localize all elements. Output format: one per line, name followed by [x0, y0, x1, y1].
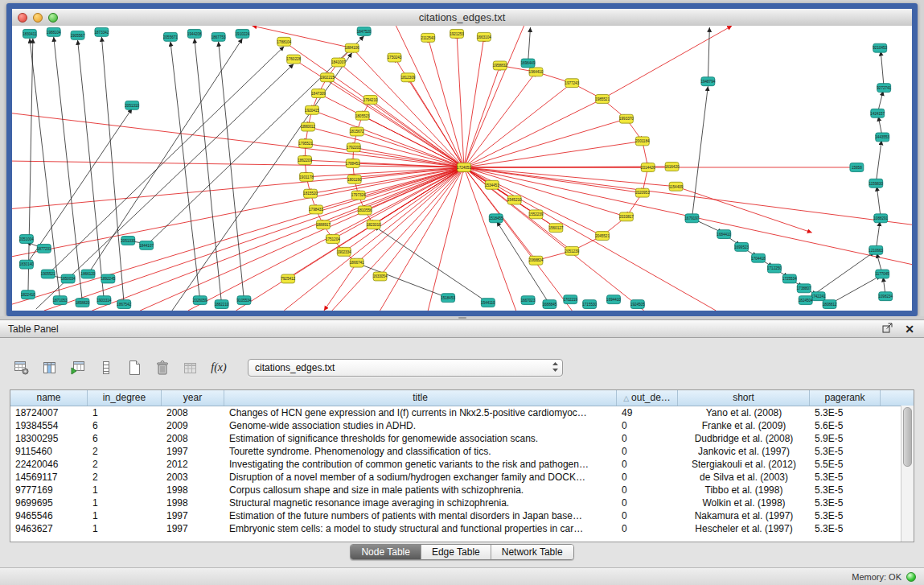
graph-edge[interactable]: [88, 39, 242, 274]
graph-node[interactable]: 1822410: [21, 290, 35, 299]
graph-node[interactable]: 1794210: [363, 96, 378, 105]
graph-edge[interactable]: [30, 39, 60, 300]
graph-node[interactable]: 1871053: [53, 296, 68, 305]
close-window-button[interactable]: [18, 13, 27, 23]
graph-node[interactable]: 1797324: [351, 191, 366, 200]
graph-node[interactable]: 2051330: [121, 237, 135, 245]
graph-edge[interactable]: [877, 187, 881, 219]
graph-node[interactable]: 1667023: [521, 296, 536, 305]
graph-edge[interactable]: [464, 167, 602, 236]
graph-edge[interactable]: [54, 37, 83, 303]
graph-node[interactable]: 1884106: [345, 43, 359, 52]
graph-edge[interactable]: [464, 119, 626, 167]
graph-edge[interactable]: [881, 51, 884, 88]
graph-node[interactable]: 1098234: [878, 292, 893, 301]
table-scrollbar[interactable]: [901, 406, 914, 542]
graph-node[interactable]: 1866741: [350, 258, 364, 267]
graph-edge[interactable]: [408, 77, 464, 167]
graph-node[interactable]: 1993370: [619, 114, 634, 123]
graph-node[interactable]: 2112540: [421, 33, 436, 42]
scrollbar-thumb[interactable]: [903, 407, 912, 467]
column-header-short[interactable]: short: [678, 390, 810, 406]
column-header-year[interactable]: year: [162, 390, 224, 406]
graph-edge[interactable]: [876, 140, 881, 183]
graph-node[interactable]: 1830411: [23, 29, 37, 38]
column-header-name[interactable]: name: [10, 390, 88, 406]
graph-edge[interactable]: [44, 167, 464, 311]
row-list-button[interactable]: [96, 357, 117, 378]
graph-node[interactable]: 2045521: [595, 232, 610, 241]
graph-node[interactable]: 1518455: [489, 214, 503, 223]
graph-edge[interactable]: [354, 147, 464, 167]
graph-node[interactable]: 2001184: [635, 137, 650, 146]
graph-node[interactable]: 1750243: [388, 53, 402, 62]
graph-node[interactable]: 1844107: [139, 241, 154, 249]
graph-node[interactable]: 2033817: [619, 212, 634, 221]
graph-node[interactable]: 1920415: [305, 105, 319, 114]
graph-node[interactable]: 1688845: [543, 300, 557, 309]
graph-edge[interactable]: [708, 27, 709, 81]
graph-node[interactable]: 1795521: [298, 139, 313, 148]
graph-node[interactable]: 1699523: [734, 242, 749, 251]
graph-edge[interactable]: [464, 26, 524, 167]
graph-edge[interactable]: [101, 37, 124, 304]
graph-node[interactable]: 1088291: [873, 214, 888, 223]
graph-node[interactable]: 1850034: [61, 274, 76, 283]
graph-node[interactable]: 1847520: [357, 27, 372, 35]
graph-edge[interactable]: [324, 263, 357, 311]
graph-edge[interactable]: [357, 132, 464, 167]
graph-node[interactable]: 1738807: [797, 284, 811, 293]
column-header-title[interactable]: title: [224, 390, 617, 406]
graph-node[interactable]: 1159830: [869, 179, 884, 187]
graph-node[interactable]: 1812309: [400, 73, 415, 82]
graph-edge[interactable]: [332, 167, 464, 311]
graph-node[interactable]: 2051004: [19, 235, 34, 244]
network-canvas[interactable]: 1724051188410618410071902215184730919204…: [12, 26, 912, 311]
graph-node[interactable]: 1810556: [358, 206, 372, 215]
graph-edge[interactable]: [48, 47, 284, 274]
graph-node[interactable]: 1694410: [606, 295, 621, 304]
graph-node[interactable]: 1712250: [767, 264, 782, 273]
table-row[interactable]: 1830029562008Estimation of significance …: [10, 432, 914, 445]
graph-node[interactable]: 9210453: [873, 43, 887, 52]
graph-edge[interactable]: [316, 167, 464, 209]
table-row[interactable]: 946554611997Estimation of the future num…: [10, 509, 914, 522]
graph-node[interactable]: 1862209: [298, 156, 312, 165]
minimize-window-button[interactable]: [33, 13, 43, 23]
graph-edge[interactable]: [146, 36, 364, 245]
graph-node[interactable]: 1977243: [565, 79, 579, 88]
graph-node[interactable]: 1988104: [47, 27, 61, 36]
tab-node-table[interactable]: Node Table: [351, 545, 421, 559]
graph-node[interactable]: 1808812: [823, 300, 837, 309]
graph-node[interactable]: 1847309: [311, 89, 326, 98]
graph-node[interactable]: 1873342: [95, 27, 109, 36]
graph-node[interactable]: 1751204: [326, 235, 340, 244]
graph-node[interactable]: 1841007: [331, 58, 346, 67]
graph-edge[interactable]: [92, 167, 464, 311]
graph-node[interactable]: 1792203: [347, 143, 361, 152]
graph-node[interactable]: 1892245: [101, 274, 115, 283]
create-column-button[interactable]: [68, 357, 88, 378]
graph-node[interactable]: 2068824: [529, 256, 544, 265]
graph-edge[interactable]: [219, 42, 244, 300]
graph-node[interactable]: 1788451: [346, 159, 360, 168]
graph-node[interactable]: 1702219: [563, 295, 577, 304]
graph-node[interactable]: 1798433: [309, 205, 323, 214]
graph-node[interactable]: 1742241: [811, 292, 826, 301]
column-header-in_degree[interactable]: in_degree: [88, 390, 162, 406]
graph-edge[interactable]: [284, 42, 464, 167]
graph-node[interactable]: 1560127: [548, 224, 563, 233]
table-row[interactable]: 2242004622012Investigating the contribut…: [10, 458, 914, 471]
graph-node[interactable]: 1877231: [37, 244, 51, 253]
graph-edge[interactable]: [140, 167, 464, 311]
graph-node[interactable]: 1633054: [373, 272, 388, 281]
graph-node[interactable]: 1905521: [41, 270, 55, 278]
graph-edge[interactable]: [464, 167, 572, 311]
graph-node[interactable]: 1866120: [81, 270, 96, 278]
graph-node[interactable]: 1684410: [717, 230, 731, 239]
graph-node[interactable]: 1552239: [529, 210, 544, 219]
graph-node[interactable]: 9272741: [877, 84, 891, 93]
graph-node[interactable]: 1788104: [277, 37, 291, 46]
graph-node[interactable]: 1724051: [457, 163, 471, 172]
graph-node[interactable]: 1663104: [477, 32, 491, 41]
